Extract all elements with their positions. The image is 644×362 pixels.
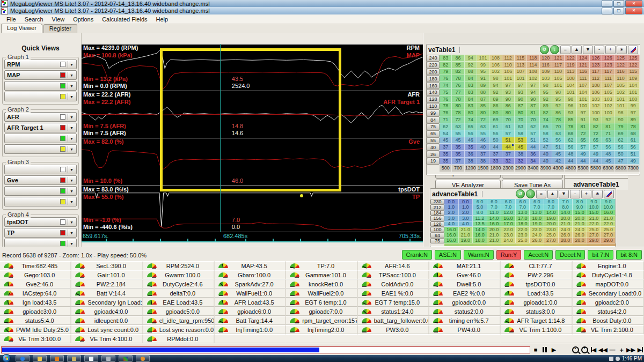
- log-graph-area[interactable]: Max = 4239.0 (RPM)Max = 100.8 (kPa)Min =…: [82, 44, 423, 241]
- ve-cell[interactable]: 123: [602, 62, 614, 69]
- ve-cell[interactable]: 96: [565, 103, 577, 110]
- advance-cell[interactable]: 7.0: [516, 204, 530, 210]
- ve-cell[interactable]: 110: [552, 69, 565, 76]
- ve-cell[interactable]: 95: [552, 96, 565, 103]
- ve-cell[interactable]: 68: [627, 130, 640, 137]
- ve-cell[interactable]: 46: [465, 137, 477, 144]
- ve-cell[interactable]: 56: [465, 130, 477, 137]
- tray-icon[interactable]: [616, 357, 620, 361]
- advance-cell[interactable]: 1.0: [459, 204, 473, 210]
- ve-cell[interactable]: 115: [515, 55, 527, 62]
- ve-row-header[interactable]: 84: [427, 116, 440, 123]
- ve-cell[interactable]: 93: [502, 89, 515, 96]
- ve-cell[interactable]: 100: [590, 109, 602, 116]
- ve-cell[interactable]: 101: [552, 82, 565, 89]
- start-button[interactable]: [2, 354, 11, 362]
- ve-row-header[interactable]: 110: [427, 103, 440, 110]
- ve-row-header[interactable]: 240: [427, 55, 440, 62]
- ve-cell[interactable]: 70: [502, 116, 515, 123]
- ve-cell[interactable]: 71: [440, 116, 452, 123]
- close-button[interactable]: ✕: [625, 0, 642, 7]
- fast-rewind-button[interactable]: ◀◀: [599, 345, 607, 354]
- ve-cell[interactable]: 78: [440, 103, 452, 110]
- ve-cell[interactable]: 63: [452, 123, 464, 130]
- advance-cell[interactable]: 9.0: [587, 199, 602, 204]
- channel-select-3-1[interactable]: ▼: [4, 165, 77, 174]
- increase-button[interactable]: +: [605, 46, 616, 54]
- ve-cell[interactable]: 112: [502, 55, 515, 62]
- menu-help[interactable]: Help: [152, 15, 173, 24]
- advance-row-header[interactable]: 212: [430, 204, 444, 210]
- ve-cell[interactable]: 44: [565, 158, 577, 165]
- ve-cell[interactable]: 122: [627, 62, 640, 69]
- ve-cell[interactable]: 114: [527, 62, 539, 69]
- advance-cell[interactable]: 22.0: [501, 227, 516, 232]
- decrease-button[interactable]: -: [570, 190, 580, 198]
- chevron-down-icon[interactable]: ▼: [68, 83, 75, 89]
- chevron-down-icon[interactable]: ▼: [68, 240, 75, 247]
- ve-cell[interactable]: 80: [489, 109, 502, 116]
- ve-cell[interactable]: 112: [590, 75, 602, 82]
- advance-cell[interactable]: 21.0: [459, 232, 473, 238]
- ve-cell[interactable]: 72: [577, 130, 589, 137]
- ve-cell[interactable]: 81: [577, 123, 589, 130]
- advance-cell[interactable]: 3.0: [444, 216, 459, 221]
- ve-cell[interactable]: 111: [577, 75, 589, 82]
- ve-cell[interactable]: 78: [552, 116, 565, 123]
- ve-cell[interactable]: 54: [440, 130, 452, 137]
- ve-cell[interactable]: 108: [565, 75, 577, 82]
- advance-cell[interactable]: 24.0: [530, 232, 544, 238]
- ve-cell[interactable]: 106: [590, 89, 602, 96]
- ve-row-header[interactable]: 19: [427, 158, 440, 165]
- set-equal-button[interactable]: =: [560, 46, 570, 54]
- advance-cell[interactable]: 10.0: [601, 204, 616, 210]
- ve-cell[interactable]: 51: [627, 151, 640, 158]
- ve-cell[interactable]: 89: [489, 96, 502, 103]
- ve-cell[interactable]: 49: [590, 151, 602, 158]
- ve-cell[interactable]: 40: [540, 151, 552, 158]
- ve-cell[interactable]: 62: [614, 137, 627, 144]
- ve-cell[interactable]: 80: [477, 109, 489, 116]
- ve-cell[interactable]: 122: [614, 62, 627, 69]
- ve-cell[interactable]: 91: [477, 75, 489, 82]
- ve-cell[interactable]: 104: [565, 82, 577, 89]
- advance-row-header[interactable]: 184: [430, 210, 444, 216]
- ve-cell[interactable]: 75: [440, 89, 452, 96]
- advance-cell[interactable]: 26.0: [559, 232, 573, 238]
- ve-cell[interactable]: 92: [489, 89, 502, 96]
- tab-register[interactable]: Register: [43, 24, 77, 33]
- chevron-down-icon[interactable]: ▼: [68, 166, 75, 173]
- advance-cell[interactable]: 27.0: [587, 232, 602, 238]
- set-equal-button[interactable]: =: [536, 190, 546, 198]
- ve-cell[interactable]: 80: [502, 109, 515, 116]
- advance-cell[interactable]: 23.0: [530, 227, 544, 232]
- ve-cell[interactable]: 101: [502, 75, 515, 82]
- maximize-button[interactable]: ▢: [613, 8, 624, 14]
- advance-cell[interactable]: 19.0: [544, 216, 559, 221]
- ve-cell[interactable]: 95: [540, 89, 552, 96]
- ve-cell[interactable]: 106: [489, 62, 502, 69]
- advance-cell[interactable]: 25.0: [587, 227, 602, 232]
- advance-cell[interactable]: 25.0: [516, 238, 530, 243]
- increment-down-button[interactable]: ▼: [559, 190, 569, 198]
- ve-cell[interactable]: 49: [627, 158, 640, 165]
- ve-cell[interactable]: 44: [527, 144, 539, 151]
- ve-cell[interactable]: 82: [452, 69, 464, 76]
- ve-cell[interactable]: 36: [527, 151, 539, 158]
- ve-cell[interactable]: 113: [515, 62, 527, 69]
- ve-cell[interactable]: 121: [552, 55, 565, 62]
- close-button[interactable]: ✕: [625, 8, 642, 14]
- edit-pencil-button[interactable]: [628, 46, 638, 54]
- chevron-down-icon[interactable]: ▼: [68, 219, 75, 225]
- taskbar-megalogviewer-icon[interactable]: [119, 355, 133, 362]
- advance-cell[interactable]: 23.0: [516, 232, 530, 238]
- ve-cell[interactable]: 37: [477, 151, 489, 158]
- advance-cell[interactable]: 18.0: [516, 221, 530, 227]
- ve-cell[interactable]: 103: [540, 75, 552, 82]
- channel-select-2-3[interactable]: ▼: [4, 134, 77, 143]
- ve-row-header[interactable]: 128: [427, 96, 440, 103]
- ve-cell[interactable]: 81: [527, 109, 539, 116]
- advance-cell[interactable]: 17.0: [516, 216, 530, 221]
- ve-cell[interactable]: 87: [527, 103, 539, 110]
- ve-cell[interactable]: 50: [614, 151, 627, 158]
